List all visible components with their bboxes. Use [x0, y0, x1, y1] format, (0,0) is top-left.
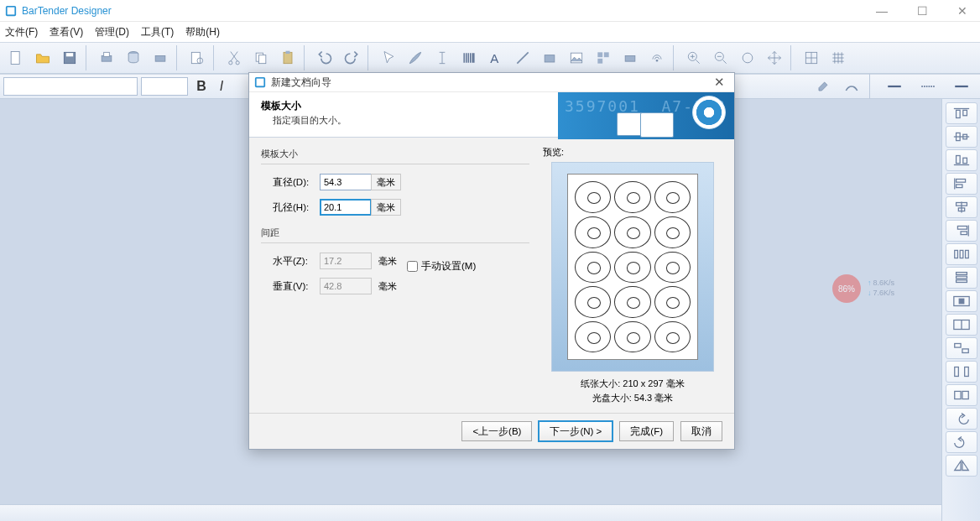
svg-rect-75: [956, 280, 967, 283]
dialog-close-button[interactable]: ✕: [709, 75, 729, 90]
window-close[interactable]: ✕: [950, 4, 975, 18]
brush-tool[interactable]: [403, 45, 428, 70]
align-left-button[interactable]: [946, 173, 977, 195]
manual-checkbox-label[interactable]: 手动设置(M): [407, 260, 476, 273]
line-style3-button[interactable]: [946, 74, 977, 99]
svg-rect-84: [954, 391, 960, 399]
svg-rect-8: [155, 56, 165, 62]
preview-paper: [567, 174, 698, 360]
svg-rect-25: [545, 55, 555, 62]
fontsize-combo[interactable]: [141, 77, 188, 96]
distribute-h-button[interactable]: [946, 243, 977, 265]
hole-input[interactable]: [320, 199, 372, 216]
component-tool[interactable]: [591, 45, 616, 70]
hole-label: 孔径(H):: [261, 201, 320, 214]
align-center-button[interactable]: [946, 196, 977, 218]
align-top-button[interactable]: [946, 102, 977, 124]
dialog-icon: [254, 76, 266, 88]
center-page-v-button[interactable]: [946, 314, 977, 336]
align-right-button[interactable]: [946, 220, 977, 242]
same-height-button[interactable]: [946, 361, 977, 383]
main-toolbar: A: [0, 42, 980, 74]
pointer-tool[interactable]: [376, 45, 401, 70]
undo-button[interactable]: [312, 45, 337, 70]
svg-rect-80: [954, 344, 960, 348]
svg-rect-85: [962, 391, 967, 399]
redo-button[interactable]: [339, 45, 364, 70]
zoom-in-button[interactable]: [681, 45, 706, 70]
line-style2-button[interactable]: [913, 74, 943, 99]
svg-rect-62: [956, 180, 965, 183]
barcode-tool[interactable]: [456, 45, 482, 70]
align-middle-button[interactable]: [946, 126, 977, 148]
window-maximize[interactable]: ☐: [910, 4, 935, 18]
new-document-wizard-dialog: 新建文档向导 ✕ 模板大小 指定项目的大小。 3597001 A7-118 模板…: [248, 72, 735, 450]
rfid-tool[interactable]: [644, 45, 670, 70]
fill-color-button[interactable]: [811, 74, 836, 99]
grid2-button[interactable]: [826, 45, 851, 70]
svg-rect-16: [286, 51, 290, 54]
vert-unit: 毫米: [378, 280, 397, 293]
zoom-fit-button[interactable]: [735, 45, 760, 70]
copy-button[interactable]: [248, 45, 274, 70]
grid1-button[interactable]: [799, 45, 824, 70]
menu-tools[interactable]: 工具(T): [141, 25, 174, 39]
zoom-out-button[interactable]: [708, 45, 733, 70]
move-button[interactable]: [762, 45, 787, 70]
svg-rect-15: [284, 52, 292, 63]
same-width-button[interactable]: [946, 337, 977, 359]
distribute-v-button[interactable]: [946, 267, 977, 289]
same-size-button[interactable]: [946, 384, 977, 406]
flip-h-button[interactable]: [946, 455, 977, 477]
svg-point-12: [236, 61, 239, 65]
text-cursor-tool[interactable]: [430, 45, 455, 70]
save-button[interactable]: [57, 45, 82, 70]
diameter-input[interactable]: [320, 174, 372, 190]
shape-tool[interactable]: [537, 45, 562, 70]
paste-button[interactable]: [275, 45, 300, 70]
bold-button[interactable]: B: [191, 79, 211, 94]
svg-rect-73: [956, 273, 967, 275]
preview-button[interactable]: [185, 45, 210, 70]
menu-manage[interactable]: 管理(D): [95, 25, 129, 39]
cancel-button[interactable]: 取消: [680, 421, 722, 441]
new-button[interactable]: [3, 45, 29, 70]
section-gap: 间距: [261, 227, 529, 239]
rotate-right-button[interactable]: [946, 431, 977, 453]
align-bottom-button[interactable]: [946, 149, 977, 171]
print2-button[interactable]: [148, 45, 173, 70]
italic-button[interactable]: I: [215, 79, 228, 94]
titlebar: BarTender Designer ― ☐ ✕: [0, 0, 980, 22]
line-tool[interactable]: [510, 45, 535, 70]
next-button[interactable]: 下一步(N) >: [539, 421, 612, 441]
svg-rect-4: [66, 53, 73, 56]
svg-rect-6: [104, 52, 110, 56]
open-button[interactable]: [30, 45, 55, 70]
svg-rect-51: [955, 86, 968, 87]
svg-rect-49: [888, 86, 901, 87]
back-button[interactable]: <上一步(B): [461, 421, 532, 441]
net-upload: 8.6K/s: [868, 279, 894, 289]
menu-view[interactable]: 查看(V): [50, 25, 83, 39]
menu-file[interactable]: 文件(F): [5, 25, 38, 39]
manual-checkbox[interactable]: [407, 261, 418, 272]
center-page-h-button[interactable]: [946, 290, 977, 312]
encoder-tool[interactable]: [618, 45, 643, 70]
text-tool[interactable]: A: [483, 45, 508, 70]
rotate-left-button[interactable]: [946, 408, 977, 430]
line-color-button[interactable]: [839, 74, 864, 99]
app-title: BarTender Designer: [22, 5, 869, 17]
cut-button[interactable]: [222, 45, 247, 70]
menu-help[interactable]: 帮助(H): [185, 25, 220, 39]
font-combo[interactable]: [3, 77, 138, 96]
svg-text:A: A: [490, 51, 498, 65]
line-style1-button[interactable]: [879, 74, 910, 99]
svg-rect-53: [956, 110, 960, 117]
finish-button[interactable]: 完成(F): [619, 421, 674, 441]
print-button[interactable]: [94, 45, 119, 70]
window-minimize[interactable]: ―: [869, 4, 894, 18]
image-tool[interactable]: [564, 45, 589, 70]
database-button[interactable]: [121, 45, 146, 70]
svg-rect-69: [961, 232, 967, 235]
preview-label: 预览:: [543, 146, 722, 159]
